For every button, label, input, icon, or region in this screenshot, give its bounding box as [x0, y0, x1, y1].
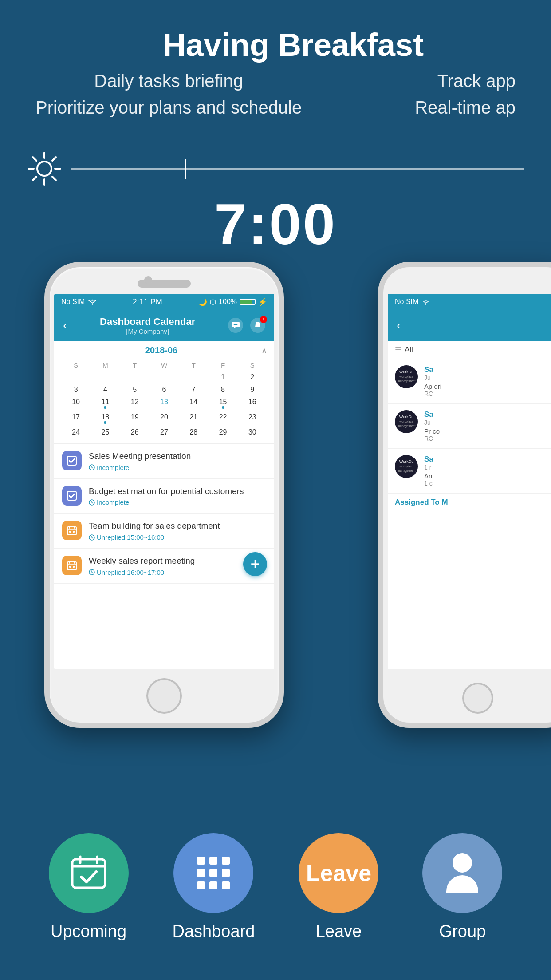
cal-day-23[interactable]: 23 [238, 411, 267, 426]
status-right: 🌙 ⬡ 100% ⚡ [198, 298, 267, 306]
phone-camera [144, 276, 152, 284]
cal-day-empty[interactable] [61, 371, 91, 383]
phone2-wrapper: No SIM ‹ ☰ All [378, 262, 551, 728]
cal-day-27[interactable]: 27 [150, 426, 179, 439]
phone2-status-bar: No SIM [388, 294, 551, 310]
header-right-text: Track app Real-time ap [415, 67, 516, 121]
header-left-text: Daily tasks briefing Prioritize your pla… [35, 67, 302, 121]
workdo-avatar-2: WorkDoworkplacemanagement [395, 410, 418, 433]
nav-item-dashboard[interactable]: Dashboard [173, 833, 255, 941]
cal-day-29[interactable]: 29 [208, 426, 237, 439]
add-task-button[interactable]: + [243, 552, 267, 576]
cal-day-11[interactable]: 11 [91, 396, 120, 411]
leave-circle[interactable]: Leave [299, 833, 378, 913]
track-content-3: Sa 1 r An 1 c [424, 455, 551, 487]
cal-day-14[interactable]: 14 [179, 396, 208, 411]
cal-day-18[interactable]: 18 [91, 411, 120, 426]
grid-dot-8 [209, 881, 217, 889]
group-circle[interactable] [422, 833, 502, 913]
svg-line-8 [33, 177, 36, 180]
svg-point-10 [235, 324, 236, 325]
cal-day-24[interactable]: 24 [61, 426, 91, 439]
task-item-1[interactable]: Sales Meeting presentation Incomplete [54, 444, 274, 479]
upcoming-circle[interactable] [49, 833, 129, 913]
cal-day-28[interactable]: 28 [179, 426, 208, 439]
calendar-week-4: 17 18 19 20 21 22 23 [61, 411, 267, 426]
calendar-week-3: 10 11 12 13 14 15 16 [61, 396, 267, 411]
calendar-week-5: 24 25 26 27 28 29 30 [61, 426, 267, 439]
workdo-avatar-1: WorkDoworkplacemanagement [395, 365, 418, 388]
cal-day-30[interactable]: 30 [238, 426, 267, 439]
app-title-main: Dashboard Calendar [67, 316, 228, 328]
cal-day-12[interactable]: 12 [120, 396, 150, 411]
cal-day-17[interactable]: 17 [61, 411, 91, 426]
cal-day-empty[interactable] [150, 371, 179, 383]
cal-day-10[interactable]: 10 [61, 396, 91, 411]
track-item-3[interactable]: WorkDoworkplacemanagement Sa 1 r An 1 c [388, 449, 551, 494]
home-button[interactable] [146, 678, 182, 714]
cal-day-2[interactable]: 2 [238, 371, 267, 383]
cal-day-6[interactable]: 6 [150, 383, 179, 396]
cal-day-5[interactable]: 5 [120, 383, 150, 396]
notification-icon[interactable]: ! [250, 318, 265, 333]
task-status-2: Incomplete [89, 498, 266, 506]
task-list: Sales Meeting presentation Incomplete [54, 443, 274, 584]
task-content-4: Weekly sales report meeting Unreplied 16… [89, 556, 266, 576]
filter-label: All [405, 345, 413, 354]
dashboard-circle[interactable] [173, 833, 253, 913]
cal-day-25[interactable]: 25 [91, 426, 120, 439]
task-item-4[interactable]: Weekly sales report meeting Unreplied 16… [54, 549, 274, 584]
nav-item-group[interactable]: Group [422, 833, 502, 941]
cal-day-15-today[interactable]: 15 [208, 396, 237, 411]
cal-day-empty[interactable] [120, 371, 150, 383]
cal-day-16[interactable]: 16 [238, 396, 267, 411]
back-button[interactable]: ‹ [63, 318, 67, 332]
task-title-1: Sales Meeting presentation [89, 451, 266, 462]
cal-day-9[interactable]: 9 [238, 383, 267, 396]
calendar-collapse-icon[interactable]: ∧ [261, 346, 267, 356]
task-status-3: Unreplied 15:00~16:00 [89, 533, 266, 541]
task-item-2[interactable]: Budget estimation for potential customer… [54, 479, 274, 514]
cal-day-7[interactable]: 7 [179, 383, 208, 396]
cal-day-13[interactable]: 13 [150, 396, 179, 411]
cal-day-empty[interactable] [179, 371, 208, 383]
task-status-text-2: Incomplete [97, 498, 129, 506]
cal-day-19[interactable]: 19 [120, 411, 150, 426]
page-title: Having Breakfast [35, 27, 551, 63]
cal-day-4[interactable]: 4 [91, 383, 120, 396]
phone2-home-button[interactable] [462, 683, 493, 714]
track-time-2: Ju [424, 419, 551, 426]
grid-dot-2 [209, 857, 217, 865]
dashboard-label: Dashboard [173, 922, 255, 941]
filter-icon: ☰ [395, 346, 401, 354]
notification-badge: ! [260, 316, 267, 323]
grid-dot-6 [222, 869, 230, 877]
track-item-1[interactable]: WorkDoworkplacemanagement Sa Ju Ap dri R… [388, 359, 551, 404]
cal-day-21[interactable]: 21 [179, 411, 208, 426]
task-item-3[interactable]: Team building for sales department Unrep… [54, 514, 274, 549]
svg-line-7 [52, 157, 56, 161]
calendar-week-1: 1 2 [61, 371, 267, 383]
track-item-2[interactable]: WorkDoworkplacemanagement Sa Ju Pr co RC [388, 404, 551, 449]
task-icon-1 [62, 451, 82, 470]
nav-item-leave[interactable]: Leave Leave [299, 833, 378, 941]
group-label: Group [439, 922, 486, 941]
cal-day-20[interactable]: 20 [150, 411, 179, 426]
cal-day-8[interactable]: 8 [208, 383, 237, 396]
leave-icon-text: Leave [306, 860, 371, 886]
cal-day-22[interactable]: 22 [208, 411, 237, 426]
task-content-2: Budget estimation for potential customer… [89, 486, 266, 506]
cal-day-empty[interactable] [91, 371, 120, 383]
day-header-t1: T [120, 359, 150, 371]
cal-day-3[interactable]: 3 [61, 383, 91, 396]
track-filter-row[interactable]: ☰ All [388, 341, 551, 359]
phone1-shell: No SIM 2:11 PM 🌙 ⬡ 100% [44, 262, 284, 728]
phone2-back-button[interactable]: ‹ [397, 318, 401, 332]
today-circle[interactable]: 15 [209, 398, 236, 406]
cal-day-1[interactable]: 1 [208, 371, 237, 383]
phone2-shell: No SIM ‹ ☰ All [378, 262, 551, 728]
chat-icon[interactable] [228, 318, 243, 333]
nav-item-upcoming[interactable]: Upcoming [49, 833, 129, 941]
phone2-no-sim: No SIM [395, 298, 418, 306]
cal-day-26[interactable]: 26 [120, 426, 150, 439]
